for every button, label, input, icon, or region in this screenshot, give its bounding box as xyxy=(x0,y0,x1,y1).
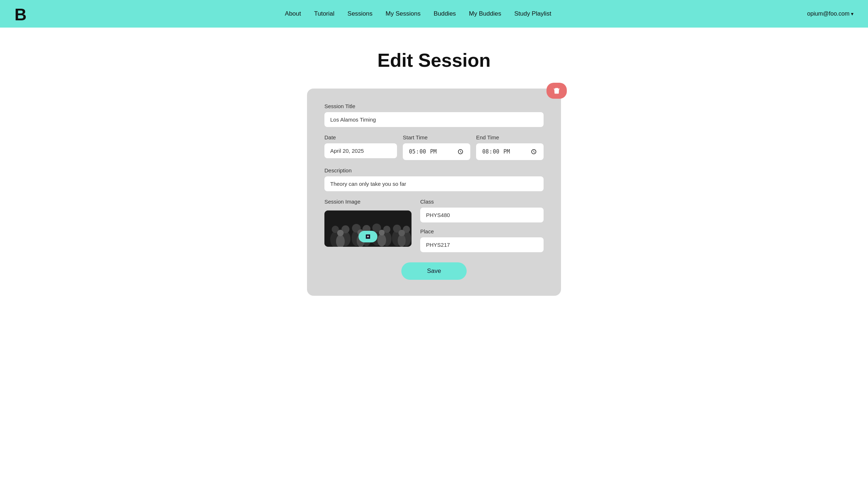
user-menu[interactable]: opium@foo.com xyxy=(807,11,853,17)
bottom-section: Session Image xyxy=(324,199,544,252)
class-input[interactable] xyxy=(420,208,544,222)
class-group: Class xyxy=(420,199,544,222)
svg-point-25 xyxy=(398,230,405,236)
nav-link-study-playlist[interactable]: Study Playlist xyxy=(514,10,551,17)
place-input[interactable] xyxy=(420,237,544,252)
date-input[interactable] xyxy=(324,143,397,158)
nav-item-my-sessions[interactable]: My Sessions xyxy=(386,10,421,17)
description-group: Description xyxy=(324,167,544,191)
start-time-group: Start Time xyxy=(403,134,470,160)
nav-link-sessions[interactable]: Sessions xyxy=(348,10,373,17)
date-label: Date xyxy=(324,134,397,140)
image-section: Session Image xyxy=(324,199,412,247)
delete-button[interactable] xyxy=(546,83,567,99)
end-time-group: End Time xyxy=(476,134,544,160)
nav-item-study-playlist[interactable]: Study Playlist xyxy=(514,10,551,17)
place-label: Place xyxy=(420,228,544,234)
nav-item-buddies[interactable]: Buddies xyxy=(434,10,456,17)
nav-menu: About Tutorial Sessions My Sessions Budd… xyxy=(285,10,551,17)
date-group: Date xyxy=(324,134,397,160)
class-label: Class xyxy=(420,199,544,205)
upload-icon xyxy=(365,234,371,240)
save-button[interactable]: Save xyxy=(401,262,467,280)
session-title-label: Session Title xyxy=(324,103,544,109)
user-email: opium@foo.com xyxy=(807,11,849,17)
svg-point-19 xyxy=(337,230,344,236)
page-title: Edit Session xyxy=(377,49,491,71)
session-title-group: Session Title xyxy=(324,103,544,127)
place-group: Place xyxy=(420,228,544,252)
session-title-input[interactable] xyxy=(324,112,544,127)
nav-item-my-buddies[interactable]: My Buddies xyxy=(469,10,501,17)
trash-icon xyxy=(553,87,560,94)
svg-point-24 xyxy=(398,234,406,247)
nav-link-tutorial[interactable]: Tutorial xyxy=(314,10,334,17)
svg-point-23 xyxy=(379,230,385,236)
navbar: B About Tutorial Sessions My Sessions Bu… xyxy=(0,0,868,28)
description-label: Description xyxy=(324,167,544,173)
nav-item-tutorial[interactable]: Tutorial xyxy=(314,10,334,17)
start-time-label: Start Time xyxy=(403,134,470,140)
nav-link-my-buddies[interactable]: My Buddies xyxy=(469,10,501,17)
class-place-fields: Class Place xyxy=(420,199,544,252)
end-time-input[interactable] xyxy=(476,143,544,160)
description-input[interactable] xyxy=(324,176,544,191)
end-time-label: End Time xyxy=(476,134,544,140)
nav-link-about[interactable]: About xyxy=(285,10,301,17)
nav-item-sessions[interactable]: Sessions xyxy=(348,10,373,17)
nav-link-buddies[interactable]: Buddies xyxy=(434,10,456,17)
svg-point-22 xyxy=(377,234,386,246)
svg-text:B: B xyxy=(15,5,26,22)
app-logo[interactable]: B xyxy=(15,5,29,22)
nav-item-about[interactable]: About xyxy=(285,10,301,17)
upload-image-button[interactable] xyxy=(359,231,377,242)
image-container xyxy=(324,210,412,247)
nav-link-my-sessions[interactable]: My Sessions xyxy=(386,10,421,17)
start-time-input[interactable] xyxy=(403,143,470,160)
datetime-row: Date Start Time End Time xyxy=(324,134,544,160)
edit-session-form: Session Title Date Start Time End Time D… xyxy=(307,89,561,296)
main-content: Edit Session Session Title Date xyxy=(0,28,868,318)
session-image-label: Session Image xyxy=(324,199,412,205)
